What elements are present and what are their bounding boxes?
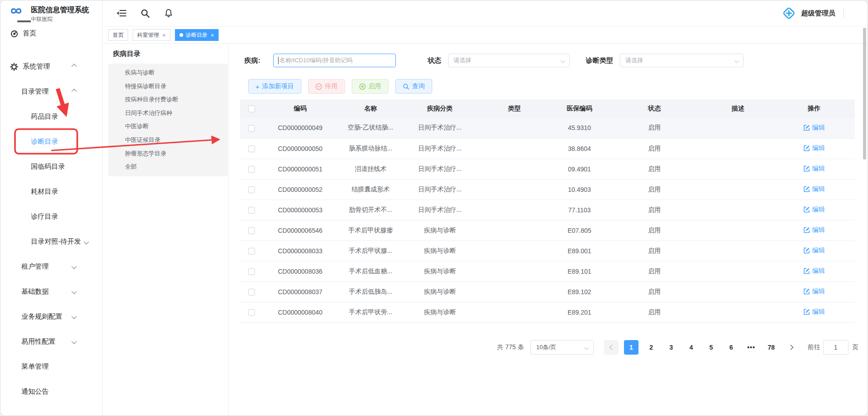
total-count: 共 775 条 (497, 343, 524, 351)
edit-button[interactable]: 编辑 (803, 267, 825, 275)
prev-page-button[interactable] (604, 340, 619, 355)
sidebar-item-catalog-mgmt[interactable]: 目录管理 (0, 79, 102, 104)
query-button[interactable]: 查询 (395, 79, 432, 94)
goto-page-input[interactable] (823, 340, 848, 355)
page-button-3[interactable]: 3 (664, 340, 678, 355)
sidebar-item-label: 药品目录 (31, 112, 58, 121)
catalog-item-tcm-diagnosis[interactable]: 中医诊断 (108, 120, 228, 133)
catalog-item-pay-by-disease[interactable]: 按病种目录付费诊断 (108, 93, 228, 106)
select-all-checkbox[interactable] (248, 105, 255, 112)
row-checkbox[interactable] (248, 186, 255, 193)
page-size-select[interactable]: 10条/页 (530, 340, 594, 355)
sidebar-item-drug-catalog[interactable]: 药品目录 (0, 104, 102, 129)
page-button-1[interactable]: 1 (624, 340, 639, 355)
user-avatar-medical-cross-icon[interactable] (782, 6, 796, 20)
cell-description (703, 261, 773, 281)
edit-icon (803, 145, 810, 151)
edit-button[interactable]: 编辑 (803, 124, 825, 132)
sidebar-item-label: 诊断目录 (31, 137, 58, 146)
catalog-item-day-surgery[interactable]: 日间手术治疗病种 (108, 106, 228, 120)
edit-button[interactable]: 编辑 (803, 246, 825, 255)
cell-description (703, 241, 773, 261)
close-icon[interactable]: × (162, 32, 166, 38)
cell-status: 启用 (606, 302, 703, 322)
more-pages-icon[interactable]: ••• (744, 340, 758, 355)
catalog-item-tcm-syndrome[interactable]: 中医证候目录 (108, 133, 228, 147)
catalog-item-all[interactable]: 全部 (108, 160, 228, 174)
enable-button[interactable]: 启用 (352, 79, 389, 94)
edit-button[interactable]: 编辑 (803, 185, 825, 193)
edit-button[interactable]: 编辑 (803, 165, 825, 173)
disable-button[interactable]: 停用 (308, 79, 345, 94)
row-checkbox[interactable] (248, 145, 255, 152)
chevron-down-icon (734, 59, 739, 63)
sidebar-item-menu-mgmt[interactable]: 菜单管理 (0, 354, 102, 379)
cell-category: 日间手术治疗... (404, 138, 476, 159)
edit-button[interactable]: 编辑 (803, 308, 825, 316)
catalog-item-disease-diagnosis[interactable]: 疾病与诊断 (108, 66, 228, 80)
cell-status: 启用 (606, 220, 703, 241)
cell-code: CD0000000049 (263, 118, 338, 138)
edit-button[interactable]: 编辑 (803, 205, 825, 214)
col-header-code: 编码 (263, 100, 338, 118)
chevron-down-icon (71, 264, 76, 269)
sidebar-item-tenant-mgmt[interactable]: 租户管理 (0, 254, 102, 279)
cell-category: 疾病与诊断 (404, 220, 476, 241)
row-checkbox[interactable] (248, 207, 255, 214)
page-button-2[interactable]: 2 (644, 340, 658, 355)
sidebar-item-national-code-catalog[interactable]: 国临码目录 (0, 154, 102, 179)
sidebar-item-home[interactable]: 首页 (0, 21, 102, 45)
row-checkbox[interactable] (248, 227, 255, 234)
sidebar-item-usability-config[interactable]: 易用性配置 (0, 329, 102, 354)
sidebar-item-base-data[interactable]: 基础数据 (0, 279, 102, 304)
user-name[interactable]: 超级管理员 (801, 9, 835, 18)
edit-button[interactable]: 编辑 (803, 144, 825, 152)
table-row: CD0000008036 手术后低血糖... 疾病与诊断 E89.101 启用 … (240, 261, 855, 281)
catalog-item-tumor-morphology[interactable]: 肿瘤形态学目录 (108, 147, 228, 160)
sidebar-item-catalog-compare[interactable]: 目录对照-待开发 (0, 229, 102, 254)
page-button-6[interactable]: 6 (724, 340, 738, 355)
page-button-78[interactable]: 78 (764, 340, 778, 355)
disease-search-input[interactable]: 名称/ICD10编码/拼音助记码 (273, 54, 396, 67)
diagnosis-type-select[interactable]: 请选择 (620, 54, 743, 67)
select-placeholder: 请选择 (625, 56, 643, 65)
sidebar-item-treatment-catalog[interactable]: 诊疗目录 (0, 204, 102, 229)
sidebar-item-system-mgmt[interactable]: 系统管理 (0, 54, 102, 79)
edit-label: 编辑 (812, 205, 825, 214)
page-button-4[interactable]: 4 (684, 340, 698, 355)
status-select[interactable]: 请选择 (448, 54, 570, 67)
cell-category: 疾病与诊断 (404, 241, 476, 261)
tab-department-mgmt[interactable]: 科室管理 × (133, 29, 170, 41)
add-new-item-button[interactable]: + 添加新项目 (248, 79, 301, 94)
sidebar-item-label: 耗材目录 (31, 187, 58, 196)
row-checkbox[interactable] (248, 125, 255, 132)
edit-button[interactable]: 编辑 (803, 226, 825, 234)
next-page-button[interactable] (784, 340, 798, 355)
chevron-right-icon (788, 345, 793, 350)
row-checkbox[interactable] (248, 268, 255, 275)
tab-diagnosis-catalog[interactable]: 诊断目录 × (175, 29, 219, 41)
gear-icon (10, 62, 19, 71)
sidebar-item-business-rules[interactable]: 业务规则配置 (0, 304, 102, 329)
sidebar-collapse-icon[interactable] (116, 8, 126, 18)
close-icon[interactable]: × (211, 32, 215, 38)
edit-label: 编辑 (812, 287, 825, 296)
row-checkbox[interactable] (248, 166, 255, 173)
row-checkbox[interactable] (248, 289, 255, 296)
vertical-scrollbar-thumb[interactable] (863, 28, 866, 160)
sidebar-item-diagnosis-catalog[interactable]: 诊断目录 (0, 129, 102, 154)
tab-label: 诊断目录 (186, 31, 208, 39)
edit-button[interactable]: 编辑 (803, 287, 825, 296)
sidebar-item-label: 租户管理 (21, 262, 49, 271)
row-checkbox[interactable] (248, 248, 255, 255)
tab-home[interactable]: 首页 (108, 29, 128, 41)
table-row: CD0000000050 肠系膜动脉结... 日间手术治疗... 38.8604… (240, 138, 855, 159)
sidebar-item-notice[interactable]: 通知公告 (0, 379, 102, 404)
row-checkbox[interactable] (248, 309, 255, 316)
sidebar-item-consumable-catalog[interactable]: 耗材目录 (0, 179, 102, 204)
cell-insurance-code: 77.1103 (553, 200, 606, 220)
search-icon[interactable] (140, 8, 150, 18)
catalog-item-special-chronic[interactable]: 特慢病诊断目录 (108, 80, 228, 93)
page-button-5[interactable]: 5 (704, 340, 718, 355)
bell-icon[interactable] (164, 8, 174, 18)
